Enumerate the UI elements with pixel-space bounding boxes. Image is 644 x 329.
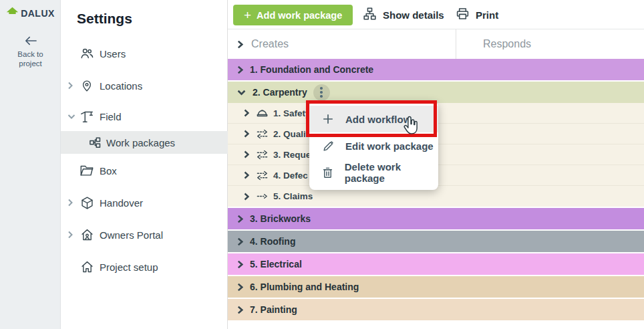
- menu-item-delete-work-package[interactable]: Delete work package: [309, 159, 438, 186]
- sidebar-item-owners-portal[interactable]: Owners Portal: [61, 223, 228, 247]
- chevron-right-icon[interactable]: [237, 260, 243, 269]
- kebab-menu-button[interactable]: [313, 84, 330, 101]
- one-way-workflow-icon: [256, 190, 269, 203]
- toolbar: + Add work package Show details Print: [228, 0, 644, 29]
- sidebar-item-box[interactable]: Box: [61, 158, 228, 183]
- responds-column-header: Responds: [483, 29, 531, 59]
- sidebar-item-locations[interactable]: Locations: [61, 74, 228, 98]
- sidebar-item-label: Locations: [100, 80, 142, 92]
- show-details-label: Show details: [383, 9, 444, 21]
- dalux-house-icon: [6, 7, 19, 19]
- printer-icon: [456, 7, 470, 23]
- column-divider: [456, 29, 456, 59]
- page-title: Settings: [77, 11, 132, 27]
- print-button[interactable]: Print: [456, 0, 498, 29]
- back-arrow-icon: [23, 37, 38, 49]
- work-package-row[interactable]: 1. Foundation and Concrete: [228, 59, 644, 80]
- work-packages-panel: + Add work package Show details Print Cr…: [228, 0, 644, 329]
- two-way-workflow-icon: [256, 127, 269, 140]
- handover-cube-icon: [79, 195, 94, 210]
- hierarchy-icon: [363, 7, 377, 23]
- two-way-workflow-icon: [256, 169, 269, 182]
- chevron-right-icon[interactable]: [244, 150, 249, 158]
- left-rail: DALUX Back to project: [0, 0, 61, 329]
- trash-icon: [321, 165, 335, 180]
- chevron-right-icon[interactable]: [67, 199, 78, 207]
- chevron-right-icon[interactable]: [237, 40, 243, 49]
- print-label: Print: [476, 9, 498, 21]
- chevron-right-icon[interactable]: [67, 231, 78, 239]
- chevron-right-icon[interactable]: [237, 283, 243, 292]
- chevron-right-icon[interactable]: [237, 237, 243, 246]
- creates-column-header: Creates: [237, 29, 289, 59]
- sidebar-item-handover[interactable]: Handover: [61, 191, 228, 215]
- workflow-subrow[interactable]: 5. Claims: [228, 186, 644, 207]
- chevron-right-icon[interactable]: [244, 193, 249, 201]
- sidebar-item-label: Project setup: [100, 261, 158, 273]
- back-to-project[interactable]: Back to project: [0, 35, 61, 69]
- sidebar-item-project-setup[interactable]: Project setup: [61, 255, 228, 279]
- work-package-row[interactable]: 3. Brickworks: [228, 208, 644, 229]
- column-header-row: Creates Responds: [228, 29, 644, 59]
- chevron-right-icon[interactable]: [244, 171, 249, 179]
- sidebar-item-label: Box: [100, 165, 117, 177]
- menu-item-add-workflow[interactable]: Add workflow: [309, 106, 438, 132]
- back-label-line2: project: [0, 59, 61, 68]
- sidebar-item-users[interactable]: Users: [61, 41, 228, 66]
- show-details-button[interactable]: Show details: [363, 0, 444, 29]
- row-context-menu: Add workflow Edit work package Delete wo…: [309, 102, 438, 190]
- sidebar-item-label: Users: [100, 48, 126, 60]
- work-package-row-expanded[interactable]: 2. Carpentry: [228, 82, 644, 103]
- crane-icon: [79, 109, 94, 124]
- plus-icon: [321, 112, 335, 126]
- chevron-right-icon[interactable]: [237, 66, 243, 74]
- pencil-icon: [321, 138, 335, 153]
- chevron-down-icon[interactable]: [237, 90, 246, 96]
- menu-item-edit-work-package[interactable]: Edit work package: [309, 132, 438, 159]
- plus-icon: +: [244, 9, 251, 21]
- settings-sidebar: Settings Users Locations Field Work pack…: [61, 0, 228, 329]
- chevron-right-icon[interactable]: [244, 130, 249, 138]
- work-package-row[interactable]: 4. Roofing: [228, 231, 644, 252]
- folder-icon: [79, 163, 94, 178]
- location-pin-icon: [79, 78, 94, 93]
- sidebar-item-field[interactable]: Field: [61, 104, 228, 128]
- dalux-logo: DALUX: [0, 7, 61, 19]
- brand-name: DALUX: [21, 8, 55, 19]
- back-label-line1: Back to: [0, 49, 61, 59]
- add-work-package-button[interactable]: + Add work package: [233, 5, 353, 25]
- safety-helmet-icon: [256, 106, 269, 120]
- chevron-right-icon[interactable]: [237, 306, 243, 314]
- sidebar-item-label: Field: [100, 111, 122, 122]
- work-package-list: 1. Foundation and Concrete 2. Carpentry …: [228, 59, 644, 322]
- home-icon: [79, 259, 94, 274]
- two-way-workflow-icon: [256, 148, 269, 161]
- workflow-icon: [89, 136, 101, 148]
- sidebar-item-label: Work packages: [106, 137, 175, 148]
- chevron-right-icon[interactable]: [237, 215, 243, 223]
- chevron-right-icon[interactable]: [67, 82, 78, 90]
- owners-portal-icon: [79, 227, 94, 242]
- sidebar-item-work-packages[interactable]: Work packages: [61, 131, 228, 154]
- work-package-row[interactable]: 6. Plumbing and Heating: [228, 276, 644, 298]
- work-package-row[interactable]: 7. Painting: [228, 299, 644, 320]
- work-package-row[interactable]: 5. Electrical: [228, 253, 644, 275]
- chevron-right-icon[interactable]: [244, 109, 249, 117]
- users-icon: [79, 46, 94, 61]
- sidebar-item-label: Handover: [100, 197, 143, 209]
- chevron-down-icon[interactable]: [67, 114, 78, 119]
- sidebar-item-label: Owners Portal: [100, 229, 163, 241]
